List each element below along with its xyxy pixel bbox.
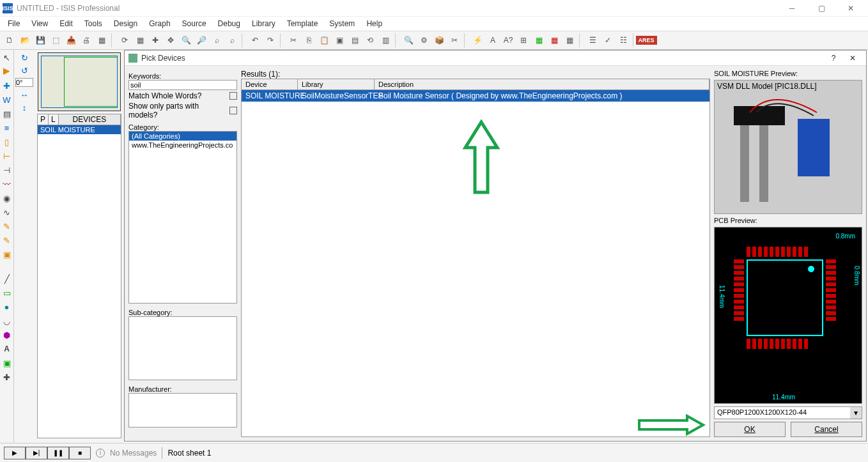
search-tag-icon[interactable]: A? (501, 33, 515, 47)
category-list[interactable]: (All Categories) www.TheEngineeringProje… (128, 131, 237, 304)
stop-button[interactable]: ■ (69, 447, 91, 459)
block-delete-icon[interactable]: ▥ (378, 33, 392, 47)
menu-file[interactable]: File (3, 18, 25, 29)
paste-icon[interactable]: 📋 (317, 33, 331, 47)
zoom-sheet-icon[interactable]: ▦ (562, 33, 577, 47)
block-copy-icon[interactable]: ▣ (332, 33, 346, 47)
menu-help[interactable]: Help (361, 18, 387, 29)
zoom-out-icon[interactable]: 🔎 (194, 33, 208, 47)
redo-icon[interactable]: ↷ (263, 33, 277, 47)
flip-v-icon[interactable]: ↕ (19, 102, 29, 112)
save-icon[interactable]: 💾 (33, 33, 47, 47)
erc-icon[interactable]: ✓ (601, 33, 615, 47)
category-item-selected[interactable]: (All Categories) (129, 132, 236, 141)
result-row[interactable]: SOIL MOISTURE SoilMoistureSensorTEP Soil… (242, 90, 709, 102)
zoom-area-icon[interactable]: ⌕ (225, 33, 239, 47)
rotate-cw-icon[interactable]: ↻ (19, 52, 29, 63)
menu-debug[interactable]: Debug (213, 18, 245, 29)
virtual-instrument-icon[interactable]: ▣ (2, 249, 12, 259)
col-description[interactable]: Description (375, 79, 709, 89)
rotate-ccw-icon[interactable]: ↺ (19, 65, 29, 75)
play-button[interactable]: ▶ (4, 447, 26, 459)
ares-button[interactable]: ARES (639, 33, 653, 47)
selection-icon[interactable]: ↖ (2, 52, 12, 63)
close-button[interactable]: ✕ (836, 0, 865, 17)
models-only-checkbox[interactable] (229, 107, 237, 114)
menu-edit[interactable]: Edit (54, 18, 78, 29)
terminal-icon[interactable]: ⊢ (2, 151, 12, 161)
cut-icon[interactable]: ✂ (286, 33, 300, 47)
manufacturer-list[interactable] (128, 393, 237, 427)
overview-canvas[interactable] (38, 52, 121, 111)
voltage-probe-icon[interactable]: ✎ (2, 221, 12, 231)
save-region-icon[interactable]: ⬚ (49, 33, 63, 47)
results-body[interactable]: SOIL MOISTURE SoilMoistureSensorTEP Soil… (241, 90, 710, 437)
dialog-help-button[interactable]: ? (824, 54, 843, 63)
menu-source[interactable]: Source (177, 18, 212, 29)
device-pin-icon[interactable]: ⊣ (2, 165, 12, 175)
zoom-all-icon[interactable]: ⌕ (210, 33, 224, 47)
device-list-item[interactable]: SOIL MOISTURE (38, 125, 121, 134)
new-sheet-icon[interactable]: ▦ (532, 33, 546, 47)
minimize-button[interactable]: ─ (777, 0, 807, 17)
open-icon[interactable]: 📂 (18, 33, 32, 47)
property-tool-icon[interactable]: ⊞ (516, 33, 531, 47)
decompose-icon[interactable]: ✂ (447, 33, 461, 47)
col-devices[interactable]: DEVICES (59, 114, 121, 125)
junction-icon[interactable]: ✚ (2, 81, 12, 91)
packaging-icon[interactable]: 📦 (432, 33, 446, 47)
import-icon[interactable]: 📥 (64, 33, 78, 47)
arc-icon[interactable]: ◡ (2, 316, 12, 326)
subcircuit-icon[interactable]: ▯ (2, 137, 12, 147)
marker-icon[interactable]: ✚ (2, 372, 12, 382)
line-icon[interactable]: ╱ (2, 273, 12, 284)
block-rotate-icon[interactable]: ⟲ (363, 33, 377, 47)
bus-icon[interactable]: ≡ (2, 123, 12, 133)
menu-tools[interactable]: Tools (79, 18, 107, 29)
text-script-icon[interactable]: A (486, 33, 500, 47)
flip-h-icon[interactable]: ↔ (19, 89, 29, 100)
tape-recorder-icon[interactable]: ◉ (2, 193, 12, 203)
origin-icon[interactable]: ✚ (148, 33, 162, 47)
menu-template[interactable]: Template (282, 18, 323, 29)
current-probe-icon[interactable]: ✎ (2, 235, 12, 245)
col-p[interactable]: P (38, 114, 49, 125)
box-icon[interactable]: ▭ (2, 288, 12, 298)
wire-label-tool-icon[interactable]: W (2, 95, 12, 105)
rotation-input[interactable] (15, 78, 33, 87)
zoom-in-icon[interactable]: 🔍 (179, 33, 193, 47)
refresh-icon[interactable]: ⟳ (118, 33, 132, 47)
menu-library[interactable]: Library (247, 18, 281, 29)
info-icon[interactable]: i (96, 449, 105, 458)
mark-output-icon[interactable]: ▦ (95, 33, 109, 47)
grid-icon[interactable]: ▦ (133, 33, 147, 47)
new-icon[interactable]: 🗋 (3, 33, 17, 47)
text-icon[interactable]: A (2, 344, 12, 354)
menu-graph[interactable]: Graph (144, 18, 175, 29)
pick-parts-icon[interactable]: 🔍 (401, 33, 415, 47)
dialog-close-button[interactable]: ✕ (843, 54, 862, 63)
cancel-button[interactable]: Cancel (791, 422, 862, 437)
col-device[interactable]: Device (242, 79, 298, 89)
maximize-button[interactable]: ▢ (807, 0, 836, 17)
category-item[interactable]: www.TheEngineeringProjects.co (129, 141, 236, 150)
block-move-icon[interactable]: ▤ (348, 33, 362, 47)
bill-materials-icon[interactable]: ☰ (585, 33, 600, 47)
print-icon[interactable]: 🖨 (79, 33, 93, 47)
path-icon[interactable]: ⬢ (2, 330, 12, 340)
undo-icon[interactable]: ↶ (248, 33, 262, 47)
chevron-down-icon[interactable]: ▾ (850, 407, 862, 419)
remove-sheet-icon[interactable]: ▦ (547, 33, 561, 47)
text-script-tool-icon[interactable]: ▤ (2, 109, 12, 119)
pause-button[interactable]: ❚❚ (47, 447, 69, 459)
generator-icon[interactable]: ∿ (2, 207, 12, 217)
make-device-icon[interactable]: ⚙ (417, 33, 431, 47)
device-list[interactable]: SOIL MOISTURE (37, 125, 121, 438)
package-combo[interactable]: QFP80P1200X1200X120-44 ▾ (714, 406, 862, 419)
graph-icon[interactable]: 〰 (2, 179, 12, 189)
netlist-icon[interactable]: ☷ (616, 33, 630, 47)
component-icon[interactable]: ⯈ (2, 66, 12, 77)
wire-label-icon[interactable]: ⚡ (470, 33, 484, 47)
ok-button[interactable]: OK (714, 422, 786, 437)
subcategory-list[interactable] (128, 316, 237, 380)
